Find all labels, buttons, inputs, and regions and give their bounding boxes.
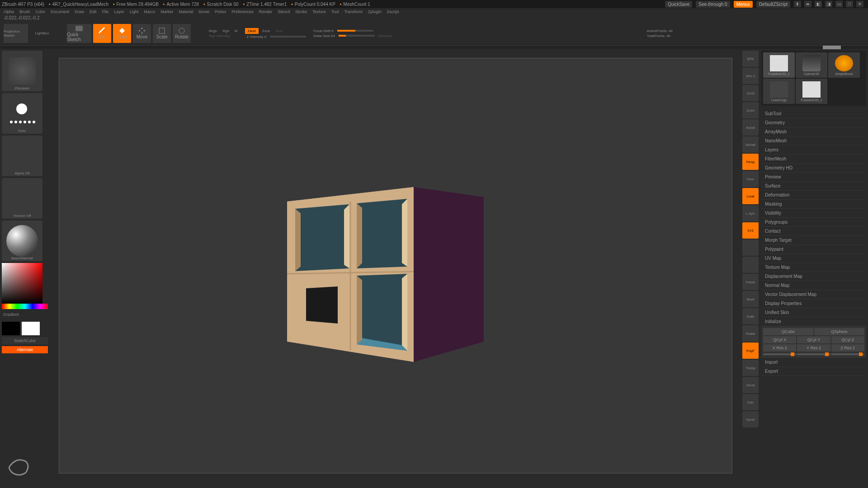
viewport-canvas[interactable] bbox=[59, 58, 732, 474]
qcube-button[interactable]: QCube bbox=[763, 328, 813, 335]
win-btn-3[interactable]: ◧ bbox=[815, 1, 822, 7]
menu-material[interactable]: Material bbox=[177, 9, 195, 14]
rt-bpr[interactable]: BPR bbox=[742, 51, 759, 67]
panel-masking[interactable]: Masking bbox=[761, 200, 866, 209]
rt-ghost[interactable]: Ghost bbox=[742, 377, 759, 393]
rt-xpose[interactable]: Xpose bbox=[742, 411, 759, 427]
qsphere-button[interactable]: QSphere bbox=[814, 328, 864, 335]
win-max[interactable]: □ bbox=[846, 1, 853, 7]
menu-transform[interactable]: Transform bbox=[342, 9, 364, 14]
panel-surface[interactable]: Surface bbox=[761, 182, 866, 191]
panel-subtool[interactable]: SubTool bbox=[761, 109, 866, 118]
panel-polygroups[interactable]: Polygroups bbox=[761, 218, 866, 227]
color-picker[interactable] bbox=[2, 263, 48, 309]
m-toggle[interactable]: M bbox=[233, 29, 240, 33]
rt-rotate[interactable]: Rotate bbox=[742, 325, 759, 342]
menu-edit[interactable]: Edit bbox=[88, 9, 99, 14]
focal-shift-label[interactable]: Focal Shift 0 bbox=[311, 29, 335, 33]
rt-persp[interactable]: Persp bbox=[742, 154, 759, 170]
stroke-thumbnail[interactable]: Dots bbox=[2, 93, 42, 134]
material-thumbnail[interactable]: BasicMaterial bbox=[2, 221, 42, 261]
export-button[interactable]: Export bbox=[761, 367, 866, 376]
menu-file[interactable]: File bbox=[100, 9, 111, 14]
menus-button[interactable]: Menus bbox=[734, 1, 753, 8]
draw-size-label[interactable]: Draw Size 64 bbox=[311, 34, 337, 38]
quicksketch-button[interactable]: Quick Sketch bbox=[67, 24, 91, 43]
brush-thumbnail[interactable]: ZModeler bbox=[2, 51, 42, 91]
tool-thumb-1[interactable]: Cylinder3D bbox=[796, 52, 827, 78]
rt-solo[interactable]: Solo bbox=[742, 394, 759, 410]
scale-button[interactable]: Scale bbox=[153, 24, 171, 43]
z-intensity-label[interactable]: Z Intensity 0 bbox=[245, 35, 269, 39]
win-btn-2[interactable]: ⬌ bbox=[804, 1, 811, 7]
menu-stroke[interactable]: Stroke bbox=[293, 9, 309, 14]
rt-aahalf[interactable]: AAHalf bbox=[742, 136, 759, 153]
menu-brush[interactable]: Brush bbox=[18, 9, 32, 14]
panel-contact[interactable]: Contact bbox=[761, 227, 866, 236]
mrgb-toggle[interactable]: Mrgb bbox=[207, 29, 219, 33]
switchcolor-button[interactable]: SwitchColor bbox=[2, 337, 48, 344]
rt-frame[interactable]: Frame bbox=[742, 274, 759, 290]
move-button[interactable]: Move bbox=[133, 24, 151, 43]
yres-track[interactable] bbox=[797, 353, 830, 355]
edit-button[interactable]: Edit bbox=[93, 24, 111, 43]
rt-xyz[interactable]: XYZ bbox=[742, 222, 759, 239]
shelf-handle[interactable] bbox=[823, 46, 841, 49]
menu-alpha[interactable]: Alpha bbox=[2, 9, 16, 14]
rt-zoom[interactable]: Zoom bbox=[742, 102, 759, 118]
menu-document[interactable]: Document bbox=[49, 9, 71, 14]
zres-track[interactable] bbox=[831, 353, 864, 355]
panel-texture-map[interactable]: Texture Map bbox=[761, 263, 866, 272]
zres-slider[interactable]: Z Res 2 bbox=[831, 344, 864, 352]
rt-transp[interactable]: Transp bbox=[742, 360, 759, 376]
menu-tool[interactable]: Tool bbox=[330, 9, 341, 14]
panel-fibermesh[interactable]: FiberMesh bbox=[761, 155, 866, 164]
rt-btn11[interactable] bbox=[742, 239, 759, 256]
zscript-button[interactable]: DefaultZScript bbox=[756, 1, 790, 8]
rt-polyf[interactable]: PolyF bbox=[742, 343, 759, 359]
zcut-toggle[interactable]: Zcut bbox=[274, 29, 285, 33]
qcylx-button[interactable]: QCyl X bbox=[763, 336, 796, 343]
swatch-white[interactable] bbox=[22, 322, 40, 335]
panel-uv-map[interactable]: UV Map bbox=[761, 254, 866, 263]
win-btn-4[interactable]: ◨ bbox=[825, 1, 832, 7]
qcylz-button[interactable]: QCyl Z bbox=[831, 336, 864, 343]
panel-unified-skin[interactable]: Unified Skin bbox=[761, 308, 866, 317]
panel-displacement-map[interactable]: Displacement Map bbox=[761, 272, 866, 281]
menu-texture[interactable]: Texture bbox=[311, 9, 328, 14]
rt-spix-3[interactable]: SPix 3 bbox=[742, 68, 759, 84]
menu-draw[interactable]: Draw bbox=[73, 9, 86, 14]
texture-thumbnail[interactable]: Texture Off bbox=[2, 178, 42, 219]
tool-thumb-2[interactable]: SimpleBrush bbox=[828, 52, 860, 78]
panel-geometry[interactable]: Geometry bbox=[761, 118, 866, 127]
projection-master-button[interactable]: Projection Master bbox=[4, 24, 28, 43]
panel-deformation[interactable]: Deformation bbox=[761, 191, 866, 200]
xres-slider[interactable]: X Res 2 bbox=[763, 344, 796, 352]
rt-floor[interactable]: Floor bbox=[742, 171, 759, 187]
rt-scale[interactable]: Scale bbox=[742, 308, 759, 324]
menu-light[interactable]: Light bbox=[128, 9, 141, 14]
focal-shift-slider[interactable] bbox=[337, 30, 373, 32]
win-min[interactable]: ▭ bbox=[835, 1, 843, 7]
menu-layer[interactable]: Layer bbox=[112, 9, 126, 14]
alpha-thumbnail[interactable]: Alpha Off bbox=[2, 136, 42, 176]
lightbox-button[interactable]: LightBox bbox=[30, 24, 54, 43]
rt-btn12[interactable] bbox=[742, 257, 759, 273]
tool-thumb-4[interactable]: PolyMesh3D_1 bbox=[796, 79, 827, 104]
win-btn-1[interactable]: ⬍ bbox=[794, 1, 801, 7]
swatch-black[interactable] bbox=[2, 322, 20, 335]
yres-slider[interactable]: Y Res 2 bbox=[797, 344, 830, 352]
menu-zscript[interactable]: Zscript bbox=[385, 9, 401, 14]
panel-visibility[interactable]: Visibility bbox=[761, 209, 866, 218]
gradient-label[interactable]: Gradient bbox=[2, 311, 48, 318]
rt-actual[interactable]: Actual bbox=[742, 119, 759, 136]
panel-initialize[interactable]: Initialize bbox=[761, 317, 866, 326]
win-close[interactable]: ✕ bbox=[856, 1, 863, 7]
draw-size-slider[interactable] bbox=[339, 35, 375, 37]
panel-normal-map[interactable]: Normal Map bbox=[761, 281, 866, 290]
rt-l.sym[interactable]: L.Sym bbox=[742, 205, 759, 221]
menu-picker[interactable]: Picker bbox=[213, 9, 228, 14]
xres-track[interactable] bbox=[763, 353, 796, 355]
panel-preview[interactable]: Preview bbox=[761, 173, 866, 182]
alternate-button[interactable]: Alternate bbox=[2, 346, 48, 353]
